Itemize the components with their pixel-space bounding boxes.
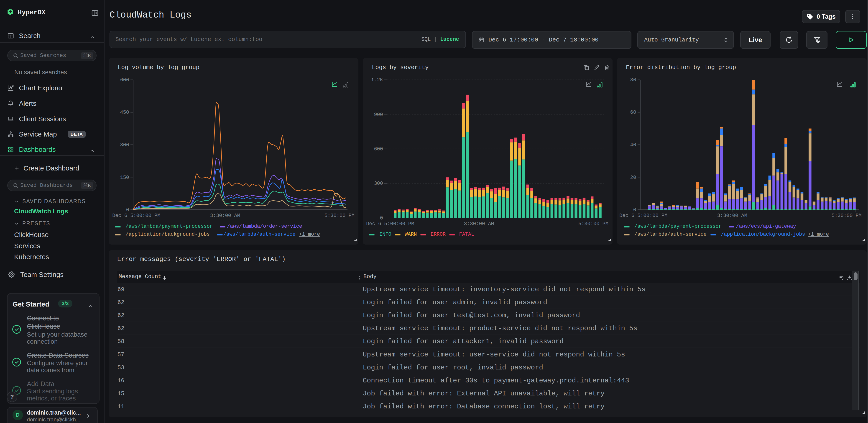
svg-text:1.2K: 1.2K: [371, 77, 383, 83]
svg-text:3:30:00 AM: 3:30:00 AM: [717, 213, 747, 219]
svg-text:450: 450: [120, 110, 129, 115]
svg-text:600: 600: [120, 77, 129, 83]
svg-text:5:30:00 PM: 5:30:00 PM: [832, 213, 862, 219]
svg-text:600: 600: [374, 146, 383, 152]
svg-text:20: 20: [630, 175, 636, 180]
svg-text:5:30:00 PM: 5:30:00 PM: [578, 221, 609, 227]
svg-text:150: 150: [120, 175, 129, 180]
svg-text:40: 40: [630, 142, 636, 148]
svg-text:0: 0: [633, 207, 636, 213]
svg-text:0: 0: [126, 207, 129, 213]
svg-text:5:30:00 PM: 5:30:00 PM: [324, 213, 354, 219]
svg-text:900: 900: [374, 112, 383, 118]
svg-text:3:30:00 AM: 3:30:00 AM: [464, 221, 494, 227]
svg-text:60: 60: [630, 110, 636, 115]
svg-text:300: 300: [120, 142, 129, 148]
svg-text:Dec 6 5:00:00 PM: Dec 6 5:00:00 PM: [366, 221, 414, 227]
svg-text:0: 0: [380, 215, 383, 221]
svg-text:300: 300: [374, 181, 383, 187]
svg-text:Dec 6 5:00:00 PM: Dec 6 5:00:00 PM: [112, 213, 160, 219]
svg-text:3:30:00 AM: 3:30:00 AM: [210, 213, 240, 219]
svg-text:Dec 6 5:00:00 PM: Dec 6 5:00:00 PM: [619, 213, 668, 219]
svg-text:80: 80: [630, 77, 636, 83]
